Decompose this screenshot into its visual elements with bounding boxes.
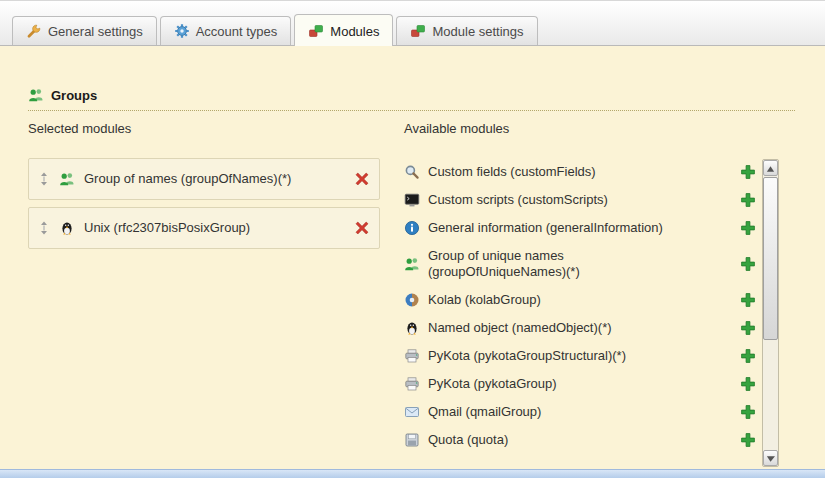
available-modules-panel: Available modules Custom fields (customF… xyxy=(404,121,756,454)
footer-bar xyxy=(0,469,825,478)
scroll-up-button[interactable] xyxy=(763,160,778,176)
available-module-row: Named object (namedObject)(*) xyxy=(404,314,756,342)
linux-icon xyxy=(404,320,420,336)
available-module-row: Kolab (kolabGroup) xyxy=(404,286,756,314)
module-label: Unix (rfc2307bisPosixGroup) xyxy=(84,220,345,236)
module-label: Group of unique names (groupOfUniqueName… xyxy=(428,248,696,280)
printer-icon xyxy=(404,376,420,392)
available-modules-heading: Available modules xyxy=(404,121,756,136)
scroll-down-button[interactable] xyxy=(763,450,778,466)
available-module-row: Custom scripts (customScripts) xyxy=(404,186,756,214)
available-module-row: PyKota (pykotaGroupStructural)(*) xyxy=(404,342,756,370)
selected-module-row[interactable]: Group of names (groupOfNames)(*) xyxy=(28,158,380,200)
disk-icon xyxy=(404,432,420,448)
modules-icon xyxy=(308,23,324,39)
add-icon[interactable] xyxy=(740,220,756,236)
tab[interactable]: Account types xyxy=(160,16,292,45)
module-label: PyKota (pykotaGroupStructural)(*) xyxy=(428,348,626,364)
add-icon[interactable] xyxy=(740,348,756,364)
gear-icon xyxy=(174,23,190,39)
kolab-icon xyxy=(404,292,420,308)
tab[interactable]: Modules xyxy=(294,14,393,46)
selected-module-row[interactable]: Unix (rfc2307bisPosixGroup) xyxy=(28,207,380,249)
available-module-row: General information (generalInformation) xyxy=(404,214,756,242)
add-icon[interactable] xyxy=(740,256,756,272)
info-icon xyxy=(404,220,420,236)
add-icon[interactable] xyxy=(740,432,756,448)
module-label: Custom scripts (customScripts) xyxy=(428,192,608,208)
module-label: Kolab (kolabGroup) xyxy=(428,292,541,308)
up-arrow-icon xyxy=(766,161,775,176)
add-icon[interactable] xyxy=(740,164,756,180)
available-module-row: Qmail (qmailGroup) xyxy=(404,398,756,426)
tab[interactable]: General settings xyxy=(12,16,157,45)
module-label: Quota (quota) xyxy=(428,432,508,448)
tab[interactable]: Module settings xyxy=(396,16,537,45)
group-icon xyxy=(28,87,44,103)
module-label: General information (generalInformation) xyxy=(428,220,663,236)
available-modules-list: Custom fields (customFields) Custom scri… xyxy=(404,158,756,454)
scroll-thumb[interactable] xyxy=(763,177,778,340)
printer-icon xyxy=(404,348,420,364)
down-arrow-icon xyxy=(766,451,775,466)
tab-label: General settings xyxy=(48,24,143,39)
section-header: Groups xyxy=(28,87,795,111)
selected-modules-list: Group of names (groupOfNames)(*) Unix (r… xyxy=(28,158,380,249)
available-module-row: Group of unique names (groupOfUniqueName… xyxy=(404,242,756,286)
add-icon[interactable] xyxy=(740,192,756,208)
tab-label: Module settings xyxy=(432,24,523,39)
add-icon[interactable] xyxy=(740,292,756,308)
available-module-row: PyKota (pykotaGroup) xyxy=(404,370,756,398)
terminal-icon xyxy=(404,192,420,208)
available-module-row: Custom fields (customFields) xyxy=(404,158,756,186)
module-label: Custom fields (customFields) xyxy=(428,164,596,180)
tab-bar: General settings Account types Modules M… xyxy=(0,1,825,46)
add-icon[interactable] xyxy=(740,376,756,392)
group-icon xyxy=(59,171,75,187)
drag-icon[interactable] xyxy=(38,172,50,186)
magnifier-icon xyxy=(404,164,420,180)
tools-icon xyxy=(26,23,42,39)
available-modules-scrollbar[interactable] xyxy=(762,159,779,467)
tab-label: Modules xyxy=(330,24,379,39)
module-label: PyKota (pykotaGroup) xyxy=(428,376,557,392)
available-module-row: Quota (quota) xyxy=(404,426,756,454)
selected-modules-panel: Selected modules Group of names (groupOf… xyxy=(28,121,380,256)
add-icon[interactable] xyxy=(740,320,756,336)
lam-configuration-page: General settings Account types Modules M… xyxy=(0,0,825,478)
delete-icon[interactable] xyxy=(354,171,370,187)
linux-icon xyxy=(59,220,75,236)
modules-icon xyxy=(410,23,426,39)
selected-modules-heading: Selected modules xyxy=(28,121,380,136)
module-label: Qmail (qmailGroup) xyxy=(428,404,541,420)
module-label: Named object (namedObject)(*) xyxy=(428,320,612,336)
group-icon xyxy=(404,256,420,272)
drag-icon[interactable] xyxy=(38,221,50,235)
section-title: Groups xyxy=(51,88,97,103)
delete-icon[interactable] xyxy=(354,220,370,236)
tab-label: Account types xyxy=(196,24,278,39)
module-label: Group of names (groupOfNames)(*) xyxy=(84,171,345,187)
mail-icon xyxy=(404,404,420,420)
add-icon[interactable] xyxy=(740,404,756,420)
